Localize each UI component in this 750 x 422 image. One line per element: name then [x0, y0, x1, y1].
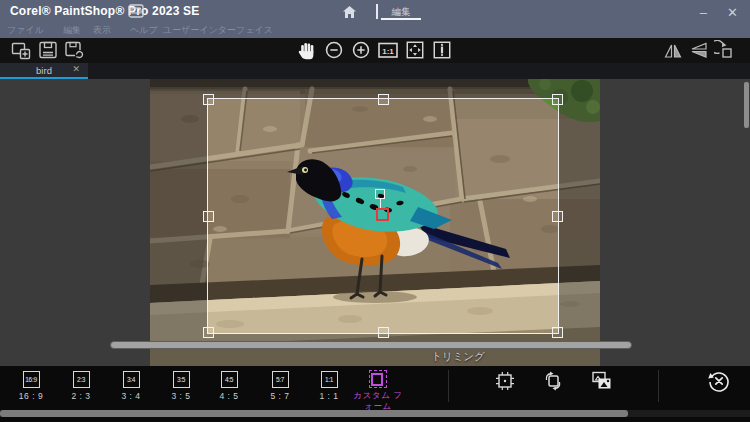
- aspect-ratio-icon: 1:1: [321, 371, 338, 388]
- crop-handle-top-center[interactable]: [378, 94, 389, 105]
- save-icon[interactable]: [37, 39, 59, 61]
- crop-handle-top-left[interactable]: [203, 94, 214, 105]
- aspect-ratio-4-5-button[interactable]: 4:5 4 : 5: [201, 366, 257, 401]
- aspect-ratio-icon: 4:5: [221, 371, 238, 388]
- new-image-icon[interactable]: [10, 39, 32, 61]
- workspace-tab-underline: [381, 18, 421, 20]
- active-tool-label: トリミング: [431, 350, 485, 364]
- crop-pivot-center[interactable]: [376, 208, 389, 221]
- options-divider: [448, 370, 449, 402]
- document-tab-close-icon[interactable]: ✕: [72, 64, 80, 74]
- image-canvas: トリミング: [0, 79, 750, 366]
- save-as-icon[interactable]: [64, 39, 86, 61]
- document-tab-bar: bird ✕: [0, 63, 750, 79]
- workspace-divider: [376, 4, 378, 19]
- zoom-in-icon[interactable]: [350, 39, 372, 61]
- options-scrollbar-track[interactable]: [0, 410, 750, 417]
- menu-user-interface[interactable]: ユーザーインターフェイス: [163, 24, 273, 37]
- bird-photo[interactable]: [150, 79, 600, 366]
- crop-handle-middle-left[interactable]: [203, 211, 214, 222]
- crop-handle-bottom-right[interactable]: [552, 327, 563, 338]
- crop-handle-bottom-left[interactable]: [203, 327, 214, 338]
- document-tab-bird[interactable]: bird ✕: [0, 63, 88, 77]
- aspect-ratio-icon: 3:4: [123, 371, 140, 388]
- menu-help[interactable]: ヘルプ: [130, 24, 158, 37]
- crop-bounds-icon[interactable]: [493, 369, 517, 393]
- cancel-crop-icon[interactable]: [707, 369, 731, 393]
- aspect-ratio-icon: 16:9: [23, 371, 40, 388]
- document-tab-label: bird: [36, 65, 52, 76]
- aspect-ratio-2-3-button[interactable]: 2:3 2 : 3: [53, 366, 109, 401]
- crop-handle-top-right[interactable]: [552, 94, 563, 105]
- app-title: Corel® PaintShop® Pro 2023 SE: [10, 4, 200, 18]
- crop-handle-bottom-center[interactable]: [378, 327, 389, 338]
- pan-hand-icon[interactable]: [296, 39, 318, 61]
- home-icon[interactable]: [342, 5, 357, 23]
- aspect-ratio-icon: 2:3: [73, 371, 90, 388]
- close-button[interactable]: ✕: [727, 5, 738, 20]
- canvas-vertical-scrollbar[interactable]: [744, 82, 749, 128]
- actual-size-icon[interactable]: 1:1: [377, 39, 399, 61]
- aspect-ratio-3-4-button[interactable]: 3:4 3 : 4: [103, 366, 159, 401]
- aspect-ratio-16-9-button[interactable]: 16:9 16 : 9: [3, 366, 59, 401]
- menu-view[interactable]: 表示: [93, 24, 111, 37]
- flip-vertical-icon[interactable]: [688, 39, 710, 61]
- apply-to-image-icon[interactable]: [589, 369, 613, 393]
- title-bar: Corel® PaintShop® Pro 2023 SE 編集 – ✕: [0, 0, 750, 24]
- flip-horizontal-icon[interactable]: [662, 39, 684, 61]
- crop-handle-middle-right[interactable]: [552, 211, 563, 222]
- fit-to-window-icon[interactable]: [404, 39, 426, 61]
- options-divider: [658, 370, 659, 402]
- paintshop-pro-window: Corel® PaintShop® Pro 2023 SE 編集 – ✕ ファイ…: [0, 0, 750, 422]
- workspace-tab-edit[interactable]: 編集: [381, 2, 421, 19]
- aspect-ratio-5-7-button[interactable]: 5:7 5 : 7: [252, 366, 308, 401]
- custom-form-icon: [369, 370, 387, 388]
- canvas-horizontal-scrollbar[interactable]: [110, 341, 632, 349]
- rotate-icon[interactable]: [714, 39, 736, 61]
- menu-file[interactable]: ファイル: [7, 24, 44, 37]
- aspect-ratio-icon: 5:7: [272, 371, 289, 388]
- crop-options-bar: 16:9 16 : 9 2:3 2 : 3 3:4 3 : 4 3:5 3 : …: [0, 366, 750, 422]
- zoom-out-icon[interactable]: [323, 39, 345, 61]
- custom-form-button[interactable]: カスタム フォーム: [350, 366, 406, 411]
- main-toolbar: 1:1: [0, 38, 750, 63]
- fit-height-icon[interactable]: [431, 39, 453, 61]
- rotate-crop-icon[interactable]: [541, 369, 565, 393]
- svg-text:1:1: 1:1: [382, 47, 394, 56]
- menu-edit[interactable]: 編集: [63, 24, 81, 37]
- aspect-ratio-1-1-button[interactable]: 1:1 1 : 1: [301, 366, 357, 401]
- menu-bar: ファイル 編集 表示 ヘルプ ユーザーインターフェイス: [0, 24, 750, 38]
- options-scrollbar-thumb[interactable]: [0, 410, 628, 417]
- screen-mode-icon[interactable]: [128, 4, 144, 22]
- minimize-button[interactable]: –: [700, 5, 707, 20]
- aspect-ratio-icon: 3:5: [173, 371, 190, 388]
